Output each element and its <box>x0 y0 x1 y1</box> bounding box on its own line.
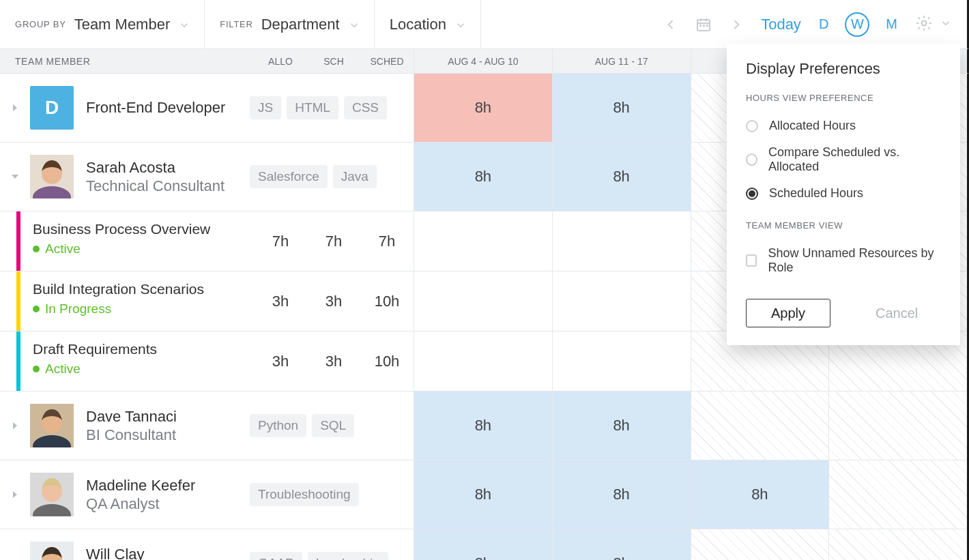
filter-label: FILTER <box>220 19 253 29</box>
expand-toggle[interactable] <box>0 103 30 113</box>
prev-week-button[interactable] <box>664 18 678 31</box>
cell-value: 8h <box>613 168 629 186</box>
schedule-cell[interactable] <box>414 271 552 331</box>
schedule-cell[interactable] <box>691 392 829 460</box>
schedule-cell[interactable] <box>828 529 967 560</box>
task-title: Draft Requirements <box>33 341 247 357</box>
view-week[interactable]: W <box>845 12 869 37</box>
cell-value: 8h <box>613 417 629 434</box>
radio-icon <box>746 120 758 132</box>
avatar <box>30 542 74 560</box>
hours-sch: 3h <box>307 271 360 331</box>
groupby-value: Team Member <box>74 16 171 33</box>
expand-toggle[interactable] <box>0 172 30 181</box>
checkbox-icon <box>746 254 757 267</box>
avatar <box>30 473 74 516</box>
schedule-cell[interactable] <box>552 331 691 391</box>
cancel-button[interactable]: Cancel <box>851 299 942 327</box>
cell-value: 8h <box>613 555 629 560</box>
member-name: Front-End Developer <box>86 98 250 117</box>
expand-toggle[interactable] <box>0 490 30 499</box>
schedule-cell[interactable]: 8h <box>691 460 829 529</box>
checkbox-label: Show Unnamed Resources by Role <box>768 246 941 275</box>
schedule-cell[interactable] <box>414 331 552 391</box>
member-row: Will ClayDelivery ManagerGAAPLeadership8… <box>0 529 967 560</box>
schedule-cell[interactable]: 8h <box>414 143 552 211</box>
radio-label: Compare Scheduled vs. Allocated <box>768 145 941 174</box>
hours-sch: 3h <box>307 331 360 391</box>
schedule-cell[interactable]: 8h <box>552 460 691 529</box>
status-label: Active <box>45 241 81 256</box>
radio-label: Scheduled Hours <box>769 186 863 201</box>
member-name: Sarah Acosta <box>86 158 250 177</box>
svg-rect-4 <box>699 25 702 27</box>
expand-toggle[interactable] <box>0 421 30 430</box>
schedule-cell[interactable]: 8h <box>552 143 691 211</box>
status-label: In Progress <box>45 301 111 316</box>
schedule-cell[interactable]: 8h <box>552 529 691 560</box>
week-header-0: AUG 4 - AUG 10 <box>414 49 552 73</box>
skill-tag: SQL <box>312 414 354 437</box>
svg-rect-5 <box>703 25 705 27</box>
calendar-icon[interactable] <box>695 16 712 33</box>
toolbar: GROUP BY Team Member FILTER Department L… <box>0 0 969 49</box>
skill-tag: Java <box>333 165 377 188</box>
cell-value: 8h <box>613 99 629 117</box>
cell-value: 8h <box>475 486 491 503</box>
header-allo: ALLO <box>254 56 307 67</box>
schedule-cell[interactable] <box>414 211 552 271</box>
radio-compare-scheduled-vs-allocated[interactable]: Compare Scheduled vs. Allocated <box>746 139 941 180</box>
filter-control[interactable]: FILTER Department <box>205 16 373 33</box>
schedule-cell[interactable] <box>691 529 829 560</box>
groupby-label: GROUP BY <box>15 19 66 29</box>
cell-value: 8h <box>475 168 491 186</box>
status-dot-icon <box>33 246 40 252</box>
member-role: BI Consultant <box>86 426 250 444</box>
schedule-cell[interactable]: 8h <box>414 529 552 560</box>
skill-tags: PythonSQL <box>250 414 407 437</box>
header-sched: SCHED <box>360 56 414 67</box>
skill-tags: JSHTMLCSS <box>250 96 407 119</box>
schedule-cell[interactable]: 8h <box>414 74 552 142</box>
chevron-down-icon <box>940 17 952 31</box>
skill-tags: SalesforceJava <box>250 165 407 188</box>
schedule-cell[interactable]: 8h <box>552 74 691 142</box>
schedule-cell[interactable] <box>552 271 691 331</box>
apply-button[interactable]: Apply <box>746 299 830 327</box>
today-button[interactable]: Today <box>761 16 801 33</box>
skill-tag: HTML <box>287 96 338 119</box>
hours-allo: 3h <box>254 271 307 331</box>
groupby-control[interactable]: GROUP BY Team Member <box>0 16 204 33</box>
avatar <box>30 404 74 447</box>
team-view-label: TEAM MEMBER VIEW <box>746 220 941 231</box>
location-control[interactable]: Location <box>375 16 480 33</box>
radio-scheduled-hours[interactable]: Scheduled Hours <box>746 180 941 207</box>
settings-button[interactable] <box>915 14 952 34</box>
schedule-cell[interactable] <box>828 460 967 529</box>
hours-allo: 3h <box>254 331 307 391</box>
radio-icon <box>746 153 757 166</box>
schedule-cell[interactable] <box>552 211 691 271</box>
skill-tags: Troubleshooting <box>250 483 407 506</box>
view-day[interactable]: D <box>819 16 828 32</box>
schedule-cell[interactable]: 8h <box>414 392 552 460</box>
schedule-cell[interactable] <box>828 392 967 460</box>
skill-tag: JS <box>250 96 281 119</box>
popover-title: Display Preferences <box>746 60 941 78</box>
chevron-down-icon <box>178 19 189 30</box>
member-name: Madeline Keefer <box>86 476 250 495</box>
next-week-button[interactable] <box>729 18 743 31</box>
cell-value: 8h <box>475 417 491 434</box>
radio-allocated-hours[interactable]: Allocated Hours <box>746 113 941 139</box>
skill-tag: GAAP <box>250 552 302 560</box>
hours-sched: 10h <box>360 271 414 331</box>
view-month[interactable]: M <box>886 16 897 32</box>
task-title: Build Integration Scenarios <box>33 281 247 297</box>
show-unnamed-checkbox[interactable]: Show Unnamed Resources by Role <box>746 240 941 281</box>
skill-tag: Python <box>250 414 306 437</box>
schedule-cell[interactable]: 8h <box>414 460 552 529</box>
skill-tag: Salesforce <box>250 165 328 188</box>
schedule-cell[interactable]: 8h <box>552 392 691 460</box>
skill-tag: CSS <box>344 96 387 119</box>
svg-rect-6 <box>706 25 708 27</box>
